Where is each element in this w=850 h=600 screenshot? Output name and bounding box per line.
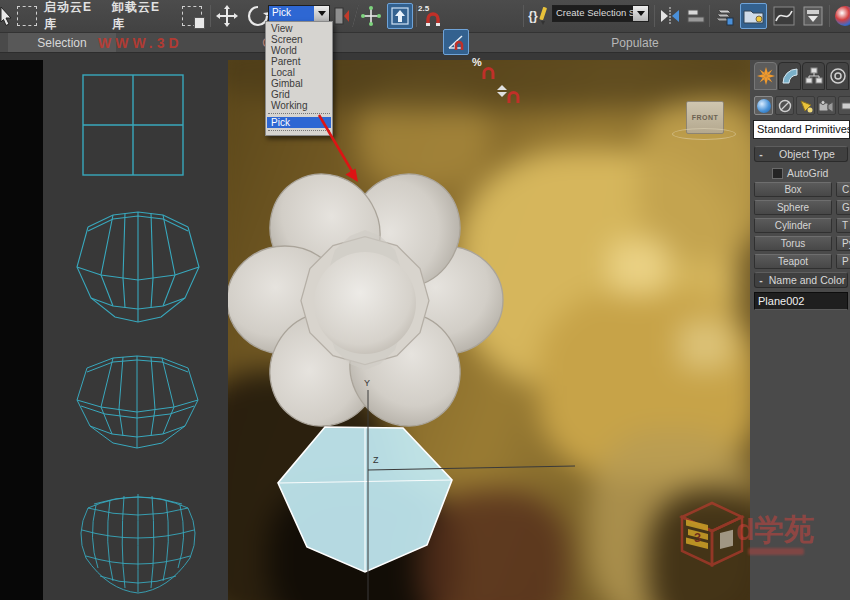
toolbar-separator (709, 5, 710, 27)
percent-snap-toggle-icon[interactable]: % (472, 55, 496, 81)
mirror-icon[interactable] (658, 3, 682, 29)
toolbar-separator (829, 5, 830, 27)
menu-item-view[interactable]: View (267, 23, 331, 34)
geosphere-button-partial[interactable]: Geo (836, 200, 850, 215)
select-and-move-icon[interactable] (214, 3, 240, 29)
autogrid-row: AutoGrid (772, 166, 828, 180)
combo-arrow-button[interactable] (633, 6, 648, 21)
create-sunburst-icon (757, 67, 775, 85)
use-center-icon[interactable] (332, 3, 352, 29)
3dsmax-window: 启动云E库 卸载云E库 Pick 2.5 (0, 0, 850, 600)
camera-icon (819, 100, 834, 112)
keyboard-override-toggle-icon[interactable] (387, 3, 413, 29)
unload-cloud-library-button[interactable]: 卸载云E库 (112, 3, 172, 29)
subtab-cameras[interactable] (817, 96, 836, 115)
material-editor-icon[interactable] (833, 3, 850, 29)
plane002-object[interactable] (278, 427, 452, 572)
pyramid-button-partial[interactable]: Py (836, 236, 850, 251)
curve-editor-icon[interactable] (771, 3, 797, 29)
thumbnail-plane-grid[interactable] (78, 70, 188, 180)
light-icon (799, 99, 813, 113)
object-name-field[interactable]: Plane002 (754, 292, 848, 310)
scene-explorer-icon[interactable] (740, 3, 767, 29)
tube-button-partial[interactable]: T (836, 218, 850, 233)
ribbon-tab-bar: Selection Object Paint Populate WWW.3D (0, 33, 850, 52)
sphere-button[interactable]: Sphere (754, 200, 832, 215)
toolbar-separator (654, 5, 655, 27)
annotation-arrow (300, 100, 380, 200)
object-type-rollout-header[interactable]: - Object Type (754, 146, 848, 162)
tab-hierarchy[interactable] (802, 62, 825, 90)
named-selection-set-value: Create Selection Se (553, 6, 633, 21)
subtab-geometry[interactable] (754, 96, 773, 115)
autogrid-checkbox[interactable] (772, 168, 783, 179)
toolbar-separator (352, 5, 359, 27)
menu-item-local[interactable]: Local (267, 67, 331, 78)
tab-modify[interactable] (778, 62, 801, 90)
main-toolbar: 启动云E库 卸载云E库 Pick 2.5 (0, 0, 850, 33)
cone-button-partial[interactable]: C (836, 182, 850, 197)
rect-selection-region-icon[interactable] (14, 3, 40, 29)
menu-item-parent[interactable]: Parent (267, 56, 331, 67)
snap-toggle-2_5-icon[interactable]: 2.5 (418, 3, 442, 29)
angle-snap-toggle-icon[interactable] (443, 29, 469, 55)
helpers-icon (841, 99, 850, 113)
coord-system-value: Pick (269, 6, 314, 21)
toolbar-separator (523, 5, 524, 27)
axis-y-label: Y (364, 378, 370, 388)
menu-item-gimbal[interactable]: Gimbal (267, 78, 331, 89)
viewcube-compass-ring[interactable] (672, 128, 736, 140)
schematic-view-icon[interactable] (801, 3, 825, 29)
tab-create[interactable] (754, 62, 777, 90)
ribbon-tab-populate[interactable]: Populate (580, 33, 690, 52)
toolbar-separator (210, 5, 211, 27)
motion-wheel-icon (829, 67, 847, 85)
select-and-manipulate-icon[interactable] (359, 3, 383, 29)
ribbon-lower-band (0, 52, 850, 60)
hierarchy-icon (805, 67, 823, 85)
name-color-rollout-header[interactable]: - Name and Color (754, 272, 848, 288)
reference-coordinate-system-combo[interactable]: Pick (268, 5, 330, 22)
subtab-shapes[interactable] (775, 96, 794, 115)
command-panel: Standard Primitives - Object Type AutoGr… (750, 60, 850, 600)
plane-button-partial[interactable]: P (836, 254, 850, 269)
thumbnail-lowpoly-bowl[interactable] (63, 195, 213, 345)
teapot-button[interactable]: Teapot (754, 254, 832, 269)
spinner-snap-toggle-icon[interactable] (497, 81, 521, 107)
clone-icon[interactable] (178, 3, 206, 29)
select-object-icon[interactable] (0, 3, 14, 29)
thumbnail-midpoly-bowl[interactable] (65, 348, 210, 466)
edit-named-selection-sets-icon[interactable]: {} (526, 3, 550, 29)
subtab-helpers[interactable] (838, 96, 850, 115)
box-button[interactable]: Box (754, 182, 832, 197)
cylinder-button[interactable]: Cylinder (754, 218, 832, 233)
layer-manager-icon[interactable] (712, 3, 736, 29)
left-dark-strip (0, 60, 43, 600)
named-selection-set-combo[interactable]: Create Selection Se (552, 5, 649, 22)
combo-arrow-button[interactable] (314, 6, 329, 21)
torus-button[interactable]: Torus (754, 236, 832, 251)
menu-item-screen[interactable]: Screen (267, 34, 331, 45)
tab-motion[interactable] (826, 62, 849, 90)
thumbnail-smooth-pot[interactable] (68, 478, 208, 600)
ribbon-watermark-text: WWW.3D (98, 35, 183, 51)
modify-arc-icon (781, 67, 799, 85)
primitive-category-dropdown[interactable]: Standard Primitives (753, 120, 850, 139)
toolbar-separator (416, 5, 417, 27)
shapes-icon (778, 99, 792, 113)
wireframe-thumbnail-sidebar (43, 60, 228, 600)
axis-z-label: Z (373, 455, 379, 465)
align-icon[interactable] (685, 3, 707, 29)
menu-item-world[interactable]: World (267, 45, 331, 56)
launch-cloud-library-button[interactable]: 启动云E库 (44, 3, 104, 29)
subtab-lights[interactable] (796, 96, 815, 115)
geometry-sphere-icon (757, 99, 771, 113)
menu-item-grid[interactable]: Grid (267, 89, 331, 100)
